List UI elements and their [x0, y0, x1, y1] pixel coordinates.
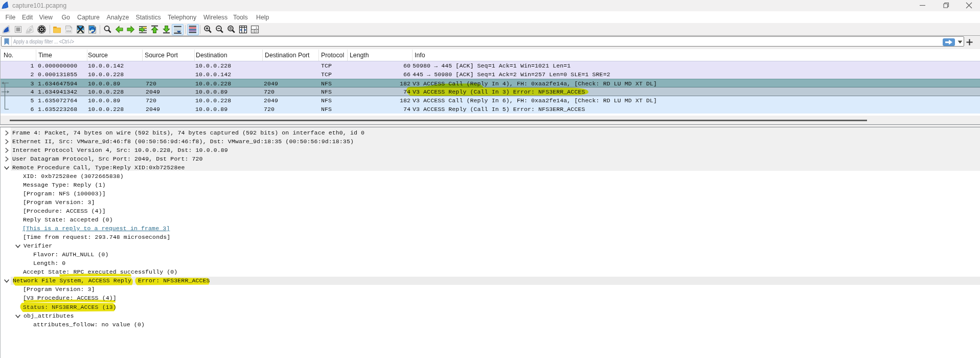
- svg-text:010: 010: [66, 30, 71, 33]
- svg-text:1: 1: [255, 26, 257, 29]
- svg-text:2: 2: [252, 30, 254, 33]
- svg-text:3: 3: [256, 30, 257, 33]
